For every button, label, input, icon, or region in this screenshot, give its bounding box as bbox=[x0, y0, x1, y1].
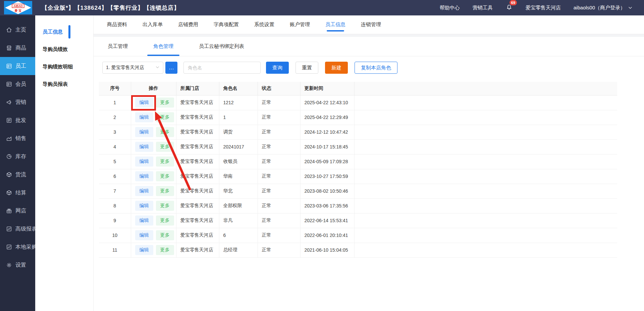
help-center-link[interactable]: 帮助中心 bbox=[440, 5, 460, 11]
gift-icon bbox=[6, 207, 12, 214]
submenu-item-guide-performance[interactable]: 导购员绩效 bbox=[35, 41, 93, 58]
cell-updated: 2025-04-22 12:43:10 bbox=[300, 95, 354, 110]
sidebar-item-sales[interactable]: 销售 bbox=[0, 129, 35, 147]
tab-chain-mgmt[interactable]: 连锁管理 bbox=[361, 15, 381, 34]
cell-store: 爱宝零售天河店 bbox=[176, 243, 219, 257]
table-row: 10编辑更多爱宝零售天河店6正常2022-06-01 20:10:41 bbox=[99, 228, 617, 243]
sidebar-item-label: 批发 bbox=[15, 117, 26, 124]
edit-button[interactable]: 编辑 bbox=[135, 142, 153, 152]
more-button[interactable]: 更多 bbox=[156, 112, 174, 122]
sidebar-item-online-shop[interactable]: 网店 bbox=[0, 202, 35, 220]
more-button[interactable]: 更多 bbox=[156, 127, 174, 137]
account-menu[interactable]: aibaols00（商户登录） bbox=[574, 5, 633, 11]
cell-index: 10 bbox=[99, 228, 131, 243]
table-row: 5编辑更多爱宝零售天河店收银员正常2024-05-09 17:09:28 bbox=[99, 154, 617, 169]
sidebar-item-advanced-report[interactable]: 高级报表 bbox=[0, 220, 35, 238]
edit-button[interactable]: 编辑 bbox=[135, 215, 153, 226]
cell-filler bbox=[354, 198, 617, 213]
cell-filler bbox=[354, 154, 617, 169]
edit-button[interactable]: 编辑 bbox=[135, 171, 153, 181]
col-updated: 更新时间 bbox=[300, 82, 354, 95]
role-name-input[interactable] bbox=[183, 62, 261, 74]
svg-text:爱 宝: 爱 宝 bbox=[14, 9, 22, 12]
sidebar-item-goods[interactable]: 商品 bbox=[0, 39, 35, 57]
tab-goods-data[interactable]: 商品资料 bbox=[107, 15, 127, 34]
sidebar-item-inventory[interactable]: 库存 bbox=[0, 147, 35, 166]
sidebar-item-label: 设置 bbox=[15, 262, 26, 269]
cell-updated: 2023-03-06 17:35:56 bbox=[300, 198, 354, 213]
sidebar-item-home[interactable]: 主页 bbox=[0, 21, 35, 39]
submenu-item-guide-perf-detail[interactable]: 导购绩效明细 bbox=[35, 58, 93, 75]
cell-actions: 编辑更多 bbox=[131, 154, 176, 169]
settings-gear-icon bbox=[6, 262, 12, 268]
tab-staff-info[interactable]: 员工信息 bbox=[325, 15, 345, 34]
edit-button[interactable]: 编辑 bbox=[135, 157, 153, 167]
tab-system-settings[interactable]: 系统设置 bbox=[254, 15, 274, 34]
tab-label: 商品资料 bbox=[107, 21, 127, 28]
more-button[interactable]: 更多 bbox=[156, 157, 174, 167]
tab-dict-config[interactable]: 字典项配置 bbox=[214, 15, 239, 34]
sidebar-item-logistics[interactable]: 货流 bbox=[0, 166, 35, 184]
submenu-item-guide-report[interactable]: 导购员报表 bbox=[35, 75, 93, 93]
edit-button[interactable]: 编辑 bbox=[135, 112, 153, 122]
roles-table-wrap: 序号 操作 所属门店 角色名 状态 更新时间 1编辑更多爱宝零售天河店1212正… bbox=[99, 82, 617, 258]
tab-stock-orders[interactable]: 出入库单 bbox=[143, 15, 163, 34]
sidebar-item-local-purchase[interactable]: 本地采购 bbox=[0, 238, 35, 256]
sidebar-item-settlement[interactable]: 结算 bbox=[0, 184, 35, 202]
subtab-staff-mgmt[interactable]: 员工管理 bbox=[102, 37, 134, 56]
sidebar-item-settings[interactable]: 设置 bbox=[0, 256, 35, 274]
tab-label: 系统设置 bbox=[254, 21, 274, 28]
sidebar-item-label: 网店 bbox=[15, 207, 26, 214]
edit-button[interactable]: 编辑 bbox=[135, 230, 153, 240]
submenu-item-label: 导购绩效明细 bbox=[43, 64, 73, 70]
more-button[interactable]: 更多 bbox=[156, 186, 174, 196]
cell-status: 正常 bbox=[258, 169, 300, 184]
cell-actions: 编辑更多 bbox=[131, 198, 176, 213]
edit-button[interactable]: 编辑 bbox=[135, 98, 153, 108]
inventory-pie-icon bbox=[6, 153, 12, 160]
sidebar-item-label: 商品 bbox=[15, 45, 26, 52]
cell-store: 爱宝零售天河店 bbox=[176, 154, 219, 169]
report-chart-icon bbox=[6, 244, 12, 250]
create-button[interactable]: 新建 bbox=[325, 62, 348, 74]
store-select[interactable]: 1. 爱宝零售天河店 bbox=[102, 62, 163, 74]
current-store-name[interactable]: 爱宝零售天河店 bbox=[526, 5, 561, 11]
reset-button[interactable]: 重置 bbox=[296, 62, 318, 74]
edit-button[interactable]: 编辑 bbox=[135, 127, 153, 137]
edit-button[interactable]: 编辑 bbox=[135, 245, 153, 255]
subtab-cloud-secretary[interactable]: 员工云秘书绑定列表 bbox=[193, 37, 250, 56]
search-button[interactable]: 查询 bbox=[266, 62, 289, 74]
edit-button[interactable]: 编辑 bbox=[135, 201, 153, 211]
marketing-tools-link[interactable]: 营销工具 bbox=[473, 5, 493, 11]
more-button[interactable]: 更多 bbox=[156, 142, 174, 152]
cell-index: 7 bbox=[99, 184, 131, 198]
sidebar-item-wholesale[interactable]: 批发 bbox=[0, 111, 35, 129]
submenu-item-staff-info[interactable]: 员工信息 bbox=[35, 23, 93, 41]
copy-store-roles-button[interactable]: 复制本店角色 bbox=[355, 62, 397, 74]
col-role: 角色名 bbox=[219, 82, 258, 95]
tab-label: 员工信息 bbox=[325, 21, 345, 28]
tab-account-mgmt[interactable]: 账户管理 bbox=[290, 15, 310, 34]
sidebar-item-label: 营销 bbox=[15, 99, 26, 106]
table-header-row: 序号 操作 所属门店 角色名 状态 更新时间 bbox=[99, 82, 617, 95]
cell-status: 正常 bbox=[258, 213, 300, 228]
more-button[interactable]: 更多 bbox=[156, 245, 174, 255]
icon-sidebar: 主页商品员工会员营销批发销售库存货流结算网店高级报表本地采购设置 bbox=[0, 15, 35, 311]
sidebar-item-member[interactable]: 会员 bbox=[0, 75, 35, 93]
submenu-item-label: 导购员报表 bbox=[43, 81, 68, 87]
more-button[interactable]: 更多 bbox=[156, 201, 174, 211]
edit-button[interactable]: 编辑 bbox=[135, 186, 153, 196]
cell-actions: 编辑更多 bbox=[131, 110, 176, 125]
more-button[interactable]: 更多 bbox=[156, 230, 174, 240]
more-stores-button[interactable]: … bbox=[165, 62, 177, 74]
more-button[interactable]: 更多 bbox=[156, 98, 174, 108]
more-button[interactable]: 更多 bbox=[156, 215, 174, 226]
sidebar-item-marketing[interactable]: 营销 bbox=[0, 93, 35, 111]
cell-updated: 2024-05-09 17:09:28 bbox=[300, 154, 354, 169]
more-button[interactable]: 更多 bbox=[156, 171, 174, 181]
tab-store-expense[interactable]: 店铺费用 bbox=[178, 15, 198, 34]
sidebar-item-staff[interactable]: 员工 bbox=[0, 57, 35, 75]
notification-bell[interactable]: 69 bbox=[505, 4, 513, 12]
cell-index: 3 bbox=[99, 125, 131, 139]
subtab-role-mgmt[interactable]: 角色管理 bbox=[147, 37, 179, 56]
